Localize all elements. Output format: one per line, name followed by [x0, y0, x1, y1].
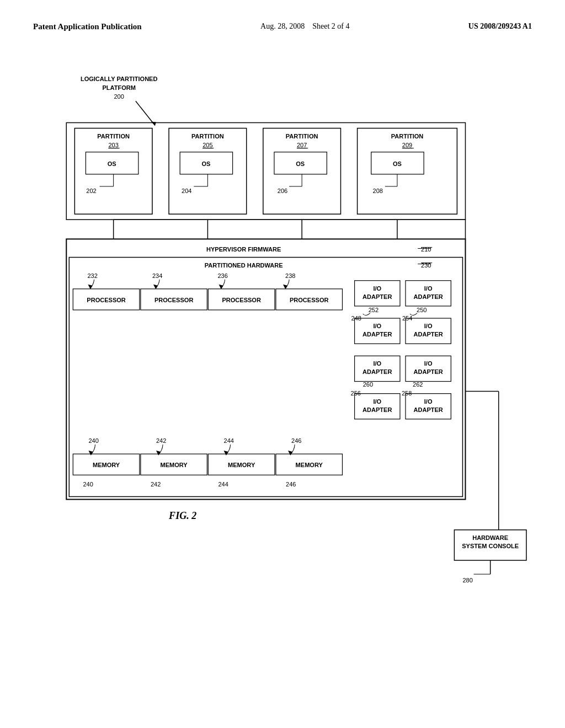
- memory-244: MEMORY: [228, 462, 255, 468]
- io-adapter-250-line1: I/O: [424, 323, 433, 329]
- header-center: Aug. 28, 2008 Sheet 2 of 4: [260, 22, 349, 31]
- hw-console-num: 280: [462, 577, 472, 584]
- platform-num: 200: [114, 93, 124, 100]
- os-204-label: OS: [201, 160, 210, 167]
- num-244-label: 244: [224, 437, 234, 444]
- header-right: US 2008/209243 A1: [468, 22, 532, 31]
- svg-rect-25: [69, 258, 462, 497]
- partition-207-label: PARTITION: [286, 133, 318, 140]
- io-adapter-262-line1: I/O: [424, 398, 433, 405]
- io-adapter-260-line1: I/O: [373, 398, 381, 405]
- io-adapter-258-line1: I/O: [424, 360, 433, 367]
- header-left: Patent Application Publication: [33, 22, 142, 31]
- io-adapter-256-line1: I/O: [373, 360, 381, 367]
- fig-label: FIG. 2: [168, 510, 196, 521]
- memory-246: MEMORY: [296, 462, 323, 468]
- page: Patent Application Publication Aug. 28, …: [0, 0, 565, 728]
- os-208-label: OS: [393, 160, 402, 167]
- num-252: 252: [369, 307, 379, 313]
- proc-num-238: 238: [285, 272, 295, 279]
- partition-209-label: PARTITION: [391, 133, 424, 140]
- num-250: 250: [417, 307, 427, 313]
- num-246: 246: [286, 481, 296, 488]
- num-240: 240: [83, 481, 93, 488]
- partition-203-label: PARTITION: [97, 133, 130, 140]
- os-202-label: OS: [108, 160, 116, 167]
- page-header: Patent Application Publication Aug. 28, …: [33, 22, 532, 31]
- num-206: 206: [278, 188, 287, 194]
- processor-236: PROCESSOR: [222, 297, 261, 303]
- partitioned-hw-label: PARTITIONED HARDWARE: [205, 262, 283, 269]
- num-204: 204: [182, 188, 191, 194]
- num-202: 202: [86, 188, 96, 194]
- io-adapter-248-line1: I/O: [373, 323, 381, 329]
- processor-232: PROCESSOR: [87, 297, 126, 303]
- io-adapter-250-line2: ADAPTER: [414, 331, 443, 338]
- partition-203-num: 203: [108, 142, 118, 148]
- io-adapter-252-line2: ADAPTER: [363, 293, 392, 300]
- io-adapter-248-line2: ADAPTER: [363, 331, 392, 338]
- num-244: 244: [218, 481, 228, 488]
- proc-num-234: 234: [152, 272, 162, 279]
- partition-205-label: PARTITION: [191, 133, 224, 140]
- processor-238: PROCESSOR: [290, 297, 329, 303]
- num-242: 242: [151, 481, 161, 488]
- hw-console-line1: HARDWARE: [472, 534, 508, 541]
- num-262: 262: [413, 381, 423, 388]
- memory-240: MEMORY: [93, 462, 120, 468]
- num-256: 256: [351, 390, 361, 397]
- proc-num-232: 232: [87, 272, 97, 279]
- num-242-label: 242: [156, 437, 166, 444]
- processor-234: PROCESSOR: [154, 297, 194, 303]
- io-adapter-256-line2: ADAPTER: [363, 368, 392, 375]
- platform-label2: PLATFORM: [102, 84, 135, 91]
- num-258: 258: [402, 390, 412, 397]
- proc-num-236: 236: [217, 272, 227, 279]
- partition-207-num: 207: [297, 142, 307, 148]
- platform-label1: LOGICALLY PARTITIONED: [81, 76, 158, 82]
- diagram-svg: .label-text { font-family: Arial, sans-s…: [33, 65, 532, 663]
- svg-marker-1: [151, 121, 156, 125]
- os-206-label: OS: [296, 160, 305, 167]
- partition-209-num: 209: [402, 142, 412, 148]
- memory-242: MEMORY: [161, 462, 188, 468]
- io-adapter-260-line2: ADAPTER: [363, 406, 392, 413]
- num-240-label: 240: [88, 437, 98, 444]
- io-adapter-252-line1: I/O: [373, 285, 381, 292]
- num-208: 208: [373, 188, 383, 194]
- diagram-area: .label-text { font-family: Arial, sans-s…: [33, 65, 532, 665]
- num-260: 260: [363, 381, 373, 388]
- num-246-label: 246: [291, 437, 301, 444]
- io-adapter-254-line1: I/O: [424, 285, 433, 292]
- io-adapter-258-line2: ADAPTER: [414, 368, 443, 375]
- hw-console-line2: SYSTEM CONSOLE: [462, 543, 519, 549]
- io-adapter-262-line2: ADAPTER: [414, 406, 443, 413]
- partition-205-num: 205: [202, 142, 212, 148]
- hypervisor-label: HYPERVISOR FIRMWARE: [206, 247, 281, 253]
- io-adapter-254-line2: ADAPTER: [414, 293, 443, 300]
